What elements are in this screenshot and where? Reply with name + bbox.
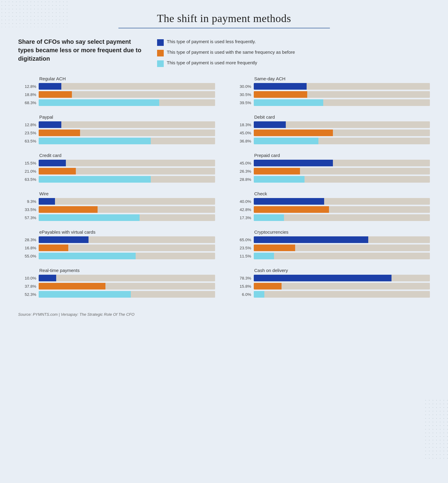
- legend: This type of payment is used less freque…: [157, 39, 430, 67]
- bar-label-2-0: 45.0%: [233, 161, 251, 165]
- bar-track-5-1: [39, 283, 215, 289]
- bar-row-1-2: 36.8%: [233, 138, 430, 144]
- bar-label-4-2: 55.0%: [18, 254, 36, 258]
- charts-grid: Regular ACH12.8%18.8%68.3%Paypal12.8%23.…: [18, 76, 430, 306]
- bar-fill-2-1: [39, 168, 76, 174]
- chart-title-2: Prepaid card: [254, 153, 430, 158]
- bar-fill-1-0: [254, 121, 286, 128]
- bar-row-4-0: 65.0%: [233, 236, 430, 243]
- bar-row-0-1: 18.8%: [18, 91, 215, 98]
- bar-row-1-0: 18.3%: [233, 121, 430, 128]
- bar-track-2-1: [39, 168, 215, 174]
- bar-label-1-1: 23.5%: [18, 131, 36, 135]
- bar-label-4-0: 28.3%: [18, 238, 36, 242]
- bar-fill-3-2: [39, 214, 140, 221]
- legend-label-1: This type of payment is used with the sa…: [167, 50, 295, 55]
- bar-fill-2-1: [254, 168, 300, 174]
- bar-label-3-0: 40.0%: [233, 199, 251, 204]
- bar-fill-5-2: [39, 291, 131, 298]
- bar-fill-3-0: [254, 198, 324, 205]
- bar-row-1-1: 45.0%: [233, 130, 430, 136]
- bar-row-2-2: 63.5%: [18, 176, 215, 183]
- bar-track-0-1: [254, 91, 430, 98]
- bar-label-4-1: 23.5%: [233, 246, 251, 250]
- bar-fill-2-0: [39, 160, 66, 166]
- bar-row-1-1: 23.5%: [18, 130, 215, 136]
- bar-label-1-0: 18.3%: [233, 123, 251, 127]
- legend-label-2: This type of payment is used more freque…: [167, 60, 257, 65]
- bar-row-2-2: 28.8%: [233, 176, 430, 183]
- bar-track-1-1: [254, 130, 430, 136]
- bar-track-0-1: [39, 91, 215, 98]
- bar-row-2-0: 15.5%: [18, 160, 215, 166]
- bar-row-0-2: 39.5%: [233, 99, 430, 106]
- legend-item-0: This type of payment is used less freque…: [157, 39, 430, 46]
- bar-label-2-1: 21.0%: [18, 169, 36, 174]
- chart-group-0: Same-day ACH30.0%30.5%39.5%: [233, 76, 430, 106]
- legend-label-0: This type of payment is used less freque…: [167, 39, 256, 44]
- bar-fill-4-1: [254, 245, 295, 251]
- bar-fill-0-0: [39, 83, 61, 90]
- bar-label-0-1: 18.8%: [18, 92, 36, 97]
- bar-label-2-1: 26.3%: [233, 169, 251, 174]
- bar-label-3-1: 42.8%: [233, 207, 251, 212]
- source-text: Source: PYMNTS.com | Versapay: The Strat…: [18, 312, 430, 317]
- bar-row-4-2: 11.5%: [233, 253, 430, 259]
- chart-title-4: ePayables with virtual cards: [39, 229, 215, 235]
- bar-label-2-2: 28.8%: [233, 177, 251, 182]
- chart-title-0: Same-day ACH: [254, 76, 430, 81]
- bar-fill-1-0: [39, 121, 61, 128]
- bar-row-2-1: 21.0%: [18, 168, 215, 174]
- chart-group-0: Regular ACH12.8%18.8%68.3%: [18, 76, 215, 106]
- bar-label-4-2: 11.5%: [233, 254, 251, 258]
- header-row: Share of CFOs who say select payment typ…: [18, 37, 430, 67]
- bar-fill-1-2: [39, 138, 151, 144]
- bar-row-5-2: 6.0%: [233, 291, 430, 298]
- bar-track-5-0: [254, 275, 430, 281]
- bar-track-3-2: [254, 214, 430, 221]
- bar-row-5-1: 37.8%: [18, 283, 215, 289]
- bar-row-4-1: 16.8%: [18, 245, 215, 251]
- bar-row-5-1: 15.8%: [233, 283, 430, 289]
- bar-track-4-2: [254, 253, 430, 259]
- bar-track-5-0: [39, 275, 215, 281]
- bar-label-2-2: 63.5%: [18, 177, 36, 182]
- bar-row-3-2: 17.3%: [233, 214, 430, 221]
- bar-track-0-0: [39, 83, 215, 90]
- bar-label-5-1: 37.8%: [18, 284, 36, 289]
- bar-row-3-0: 9.3%: [18, 198, 215, 205]
- bar-track-4-2: [39, 253, 215, 259]
- bar-track-1-0: [39, 121, 215, 128]
- bar-fill-4-0: [254, 236, 368, 243]
- bar-fill-1-2: [254, 138, 319, 144]
- chart-group-5: Real-time payments10.0%37.8%52.3%: [18, 268, 215, 298]
- bar-track-2-0: [39, 160, 215, 166]
- chart-group-2: Prepaid card45.0%26.3%28.8%: [233, 153, 430, 183]
- bar-track-1-2: [254, 138, 430, 144]
- bar-fill-2-0: [254, 160, 333, 166]
- page-title: The shift in payment methods: [18, 12, 430, 25]
- chart-title-3: Check: [254, 191, 430, 196]
- bar-label-3-2: 17.3%: [233, 216, 251, 220]
- bar-track-4-0: [39, 236, 215, 243]
- chart-group-5: Cash on delivery78.3%15.8%6.0%: [233, 268, 430, 298]
- decorative-dots-bottomright: [424, 398, 448, 459]
- bar-track-5-1: [254, 283, 430, 289]
- legend-item-1: This type of payment is used with the sa…: [157, 50, 430, 56]
- bar-fill-3-0: [39, 198, 55, 205]
- bar-row-4-1: 23.5%: [233, 245, 430, 251]
- bar-label-0-1: 30.5%: [233, 92, 251, 97]
- bar-row-4-2: 55.0%: [18, 253, 215, 259]
- bar-track-2-1: [254, 168, 430, 174]
- bar-fill-5-0: [39, 275, 56, 281]
- bar-track-4-0: [254, 236, 430, 243]
- bar-row-5-0: 78.3%: [233, 275, 430, 281]
- bar-track-0-2: [39, 99, 215, 106]
- bar-track-3-1: [39, 206, 215, 213]
- bar-track-0-2: [254, 99, 430, 106]
- bar-track-2-0: [254, 160, 430, 166]
- chart-group-4: ePayables with virtual cards28.3%16.8%55…: [18, 229, 215, 259]
- bar-row-0-2: 68.3%: [18, 99, 215, 106]
- bar-fill-0-1: [254, 91, 308, 98]
- bar-row-4-0: 28.3%: [18, 236, 215, 243]
